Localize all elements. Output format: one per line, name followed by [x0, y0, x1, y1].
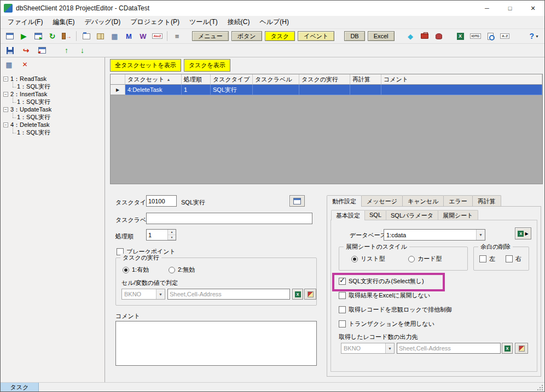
db-view-button[interactable]: DB [344, 31, 364, 41]
order-input[interactable] [147, 230, 167, 240]
subtab-sqlparam[interactable]: SQLパラメータ [386, 210, 438, 220]
taskset-grid[interactable]: タスクセット▲ 処理順 タスクタイプ タスクラベル タスクの実行 再計算 コメン… [110, 74, 543, 184]
cell-tasktype[interactable]: SQL実行 [211, 85, 253, 95]
record-excel-button[interactable]: X [502, 343, 513, 354]
database-excel-button[interactable]: X▶ [515, 227, 531, 239]
tree-node-readtask[interactable]: −1：ReadTask [2, 75, 103, 83]
tree-node-deletetask[interactable]: −4：DeleteTask [2, 121, 103, 128]
cell-order[interactable]: 1 [182, 85, 211, 95]
menu-connect[interactable]: 接続(C) [223, 16, 255, 28]
tree-leaf-sql[interactable]: 1：SQL実行 [2, 98, 103, 106]
database-button[interactable] [433, 30, 445, 42]
margin-left-row[interactable]: 左 [479, 255, 495, 263]
column-recalc[interactable]: 再計算 [350, 74, 381, 85]
card-style-radio-row[interactable]: カード型 [408, 255, 442, 263]
tree-grid-button[interactable]: ▦ [3, 58, 15, 71]
show-all-tasksets-button[interactable]: 全タスクセットを表示 [110, 59, 181, 72]
tab-cancel[interactable]: キャンセル [402, 195, 444, 206]
subtab-sheet[interactable]: 展開シート [438, 210, 478, 220]
cell-recalc[interactable] [350, 85, 381, 95]
card-style-radio[interactable] [408, 256, 415, 262]
collapse-icon[interactable]: − [3, 92, 8, 97]
judge-cell-picker-button[interactable] [304, 289, 316, 300]
menu-project[interactable]: プロジェクト(P) [125, 16, 184, 28]
column-tasklabel[interactable]: タスクラベル [253, 74, 299, 85]
sync-button[interactable]: ↻ [46, 30, 59, 42]
move-up-button[interactable]: ↑ [60, 44, 73, 56]
order-stepper[interactable]: ▲▼ [146, 229, 176, 241]
help-button[interactable]: ?▼ [527, 30, 542, 42]
menu-view-button[interactable]: メニュー [192, 31, 229, 41]
menu-help[interactable]: ヘルプ(H) [255, 16, 294, 28]
menu-designer-button[interactable]: M [123, 30, 135, 42]
run-button[interactable]: ▶ [18, 30, 30, 42]
radio-enabled-row[interactable]: 1:有効 [123, 266, 149, 274]
spin-down-icon[interactable]: ▼ [168, 235, 176, 241]
row-selector[interactable]: ▶ [111, 85, 125, 95]
sql-only-checkbox[interactable] [339, 278, 346, 285]
toolbox-button[interactable] [419, 30, 431, 42]
disabled-radio[interactable] [169, 267, 175, 273]
save-button[interactable] [4, 44, 16, 56]
minimize-button[interactable]: ─ [476, 1, 498, 16]
option-sql-only-row[interactable]: SQL文実行のみ(Select無し) [339, 277, 424, 285]
menu-file[interactable]: ファイル(F) [3, 16, 48, 28]
columns-button[interactable] [94, 30, 107, 42]
collapse-icon[interactable]: − [3, 77, 8, 81]
reload-button[interactable]: ↪ [20, 44, 32, 56]
enabled-radio[interactable] [123, 267, 129, 273]
preview-button[interactable] [32, 30, 44, 42]
comment-textarea[interactable] [115, 321, 317, 366]
column-taskexec[interactable]: タスクの実行 [299, 74, 350, 85]
database-combo[interactable]: 1:cdata ▼ [384, 229, 485, 241]
grid-view-button[interactable]: ▦ [108, 30, 121, 42]
menu-tools[interactable]: ツール(T) [184, 16, 223, 28]
column-order[interactable]: 処理順 [182, 74, 211, 85]
atoz-button[interactable]: AtoZ [151, 30, 164, 42]
option-no-expand-row[interactable]: 取得結果をExcelに展開しない [339, 291, 430, 300]
task-view-button[interactable]: タスク [265, 31, 295, 41]
tree-node-inserttask[interactable]: −2：InsertTask [2, 90, 103, 98]
close-button[interactable]: ✕ [521, 1, 544, 16]
outline-button[interactable]: ≡ [171, 30, 183, 42]
task-type-picker-button[interactable] [289, 195, 305, 207]
tab-message[interactable]: メッセージ [361, 195, 403, 206]
list-style-radio[interactable] [351, 256, 358, 262]
tree-leaf-sql[interactable]: 1：SQL実行 [2, 83, 103, 90]
tab-recalc[interactable]: 再計算 [472, 195, 501, 206]
collapse-icon[interactable]: − [3, 122, 8, 127]
iotg-button[interactable]: IOTG [468, 30, 483, 42]
menu-debug[interactable]: デバッグ(D) [79, 16, 125, 28]
maximize-button[interactable]: □ [498, 1, 521, 16]
cell-taskexec[interactable] [299, 85, 350, 95]
collapse-icon[interactable]: − [3, 107, 8, 112]
subtab-sql[interactable]: SQL [364, 210, 386, 220]
tree-node-updatetask[interactable]: −3：UpdateTask [2, 106, 103, 113]
form-designer-button[interactable] [3, 30, 16, 42]
resize-grip[interactable] [536, 383, 544, 392]
tab-behavior[interactable]: 動作設定 [327, 195, 362, 207]
margin-right-row[interactable]: 右 [506, 255, 521, 263]
radio-disabled-row[interactable]: 2:無効 [169, 266, 195, 274]
exit-button[interactable]: → [60, 30, 73, 42]
doc-search-button[interactable] [484, 30, 497, 42]
subtab-basic[interactable]: 基本設定 [331, 210, 365, 220]
tab-control-button[interactable] [80, 30, 92, 42]
judge-excel-button[interactable]: X [292, 289, 303, 300]
button-view-button[interactable]: ボタン [231, 31, 262, 41]
excel-file-button[interactable]: X [454, 30, 467, 42]
record-cell-picker-button[interactable] [515, 343, 528, 354]
column-comment[interactable]: コメント [381, 74, 542, 85]
list-style-radio-row[interactable]: リスト型 [351, 255, 385, 263]
task-label-input[interactable] [146, 213, 312, 224]
option-pessimistic-lock-row[interactable]: 取得レコードを悲観ロックで排他制御 [339, 306, 452, 314]
option-no-transaction-row[interactable]: トランザクションを使用しない [339, 320, 434, 328]
no-expand-checkbox[interactable] [339, 292, 346, 299]
diamond-button[interactable]: ◆ [404, 30, 417, 42]
status-tab-task[interactable]: タスク [1, 383, 39, 392]
excel-view-button[interactable]: Excel [368, 31, 395, 41]
tree-leaf-sql[interactable]: 1：SQL実行 [2, 128, 103, 136]
event-view-button[interactable]: イベント [298, 31, 334, 41]
column-taskset[interactable]: タスクセット▲ [125, 74, 182, 85]
column-tasktype[interactable]: タスクタイプ [211, 74, 253, 85]
